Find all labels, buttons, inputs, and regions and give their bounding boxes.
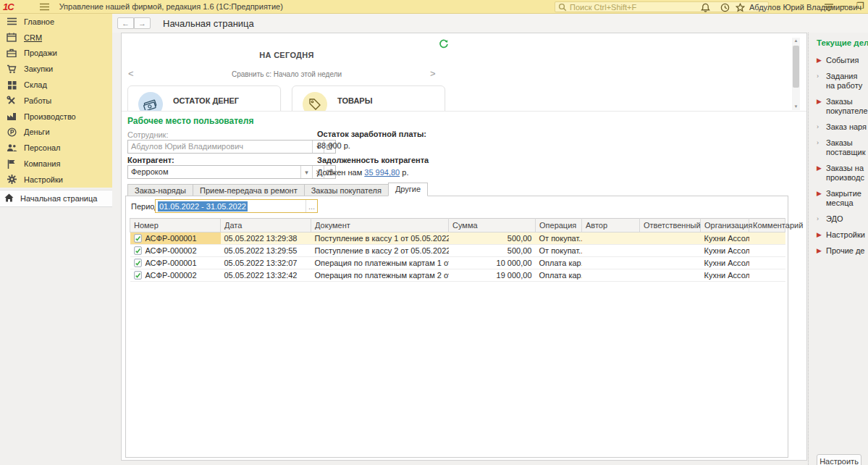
compare-link[interactable]: Сравнить с: Начало этой недели bbox=[127, 70, 446, 78]
panel-separator[interactable] bbox=[808, 33, 809, 465]
debt-amount-link[interactable]: 35 994,80 bbox=[364, 168, 400, 177]
card-goods[interactable]: ТОВАРЫ bbox=[292, 85, 445, 111]
employee-label: Сотрудник: bbox=[127, 130, 169, 139]
factory-icon bbox=[6, 111, 17, 122]
today-widget-title: НА СЕГОДНЯ bbox=[127, 51, 446, 59]
chevron-right-icon[interactable]: › bbox=[817, 214, 826, 224]
period-input[interactable]: 01.05.2022 - 31.05.2022 ... bbox=[155, 199, 318, 213]
sidebar-item-sklad[interactable]: Склад bbox=[0, 77, 112, 93]
sidebar-item-personal[interactable]: Персонал bbox=[0, 140, 112, 156]
sidebar-item-proizvodstvo[interactable]: Производство bbox=[0, 109, 112, 125]
sidebar-item-crm[interactable]: CRM bbox=[0, 30, 112, 46]
document-check-icon bbox=[134, 271, 142, 280]
navigation-row: ← → Начальная страница bbox=[112, 14, 868, 33]
search-placeholder: Поиск Ctrl+Shift+F bbox=[570, 3, 636, 12]
tools-icon bbox=[6, 95, 17, 106]
salary-label: Остаток заработной платы: bbox=[317, 130, 426, 138]
current-tasks-panel: Текущие дела ▶ События › Задания на рабо… bbox=[812, 33, 868, 465]
configure-button[interactable]: Настроить bbox=[817, 454, 861, 465]
table-row[interactable]: АСФР-000002 05.05.2022 13:29:55 Поступле… bbox=[130, 245, 785, 257]
scrollbar-thumb[interactable] bbox=[793, 46, 799, 88]
tab-zakaz-naryady[interactable]: Заказ-наряды bbox=[127, 184, 193, 196]
scroll-up-icon[interactable]: ▲ bbox=[792, 38, 800, 44]
briefcase-icon bbox=[6, 47, 17, 59]
task-group-zakazy-postavshchikam[interactable]: › Заказы поставщик bbox=[817, 138, 868, 157]
contractor-label: Контрагент: bbox=[127, 156, 174, 164]
sidebar-item-glavnoe[interactable]: Главное bbox=[0, 14, 112, 30]
table-row[interactable]: АСФР-000001 05.05.2022 13:29:38 Поступле… bbox=[130, 232, 785, 245]
sections-sidebar: Главное CRM Продажи Закупки Склад Работы… bbox=[0, 14, 112, 188]
expand-triangle-icon[interactable]: ▶ bbox=[817, 230, 826, 240]
employee-field[interactable]: Абдулов Юрий Владимирович ▾ bbox=[127, 140, 336, 154]
task-group-sobytiya[interactable]: ▶ События bbox=[817, 56, 868, 65]
current-tasks-title: Текущие дела bbox=[817, 38, 868, 47]
task-group-edo[interactable]: › ЭДО bbox=[817, 214, 868, 224]
task-group-prochie-dela[interactable]: ▶ Прочие де bbox=[817, 246, 868, 256]
main-menu-icon[interactable] bbox=[40, 3, 49, 11]
scroll-down-icon[interactable]: ▼ bbox=[792, 104, 800, 110]
chevron-right-icon[interactable]: › bbox=[817, 72, 826, 91]
money-icon bbox=[138, 92, 163, 111]
flag-icon bbox=[6, 158, 17, 169]
title-bar: 1С Управление нашей фирмой, редакция 1.6… bbox=[0, 0, 868, 14]
task-group-zakrytie-mesyatsa[interactable]: ▶ Закрытие месяца bbox=[817, 189, 868, 208]
forward-button[interactable]: → bbox=[134, 17, 151, 29]
expand-triangle-icon[interactable]: ▶ bbox=[817, 189, 826, 208]
today-cards: ОСТАТОК ДЕНЕГ ТОВАРЫ bbox=[127, 85, 468, 111]
tab-priem-peredacha[interactable]: Прием-передача в ремонт bbox=[193, 184, 304, 196]
debt-label: Задолженность контрагента bbox=[317, 156, 429, 164]
history-clock-icon[interactable] bbox=[719, 1, 730, 13]
chevron-right-icon[interactable]: › bbox=[817, 122, 826, 132]
documents-table: Номер Дата Документ Сумма Операция Автор… bbox=[130, 218, 785, 282]
favorites-star-icon[interactable] bbox=[734, 1, 746, 13]
window-restore-button[interactable]: ❐ bbox=[856, 1, 864, 11]
sidebar-item-kompaniya[interactable]: Компания bbox=[0, 156, 112, 172]
task-group-zadaniya[interactable]: › Задания на работу bbox=[817, 72, 868, 91]
expand-triangle-icon[interactable]: ▶ bbox=[817, 97, 826, 116]
expand-triangle-icon[interactable]: ▶ bbox=[817, 56, 826, 65]
back-button[interactable]: ← bbox=[117, 17, 134, 29]
task-group-zakazy-pokupateley[interactable]: ▶ Заказы покупателе bbox=[817, 97, 868, 116]
coin-icon bbox=[6, 126, 17, 138]
period-picker-button[interactable]: ... bbox=[306, 200, 317, 212]
task-group-zakazy-proizvodstvo[interactable]: ▶ Заказы на производс bbox=[817, 164, 868, 183]
sidebar-item-dengi[interactable]: Деньги bbox=[0, 125, 112, 141]
window-minimize-button[interactable]: – bbox=[840, 1, 846, 11]
expand-triangle-icon[interactable]: ▶ bbox=[817, 164, 826, 183]
documents-groupbox: Период: 01.05.2022 - 31.05.2022 ... Номе… bbox=[125, 196, 788, 458]
sidebar-item-zakupki[interactable]: Закупки bbox=[0, 61, 112, 77]
sidebar-item-nastroyki[interactable]: Настройки bbox=[0, 172, 112, 188]
tab-drugie[interactable]: Другие bbox=[388, 183, 428, 196]
section-divider bbox=[122, 111, 806, 112]
gear-icon bbox=[6, 174, 17, 185]
user-menu-icon[interactable] bbox=[823, 1, 835, 13]
sidebar-item-prodazhi[interactable]: Продажи bbox=[0, 46, 112, 62]
search-icon bbox=[558, 3, 567, 12]
task-group-nastroyki[interactable]: ▶ Настройки bbox=[817, 230, 868, 240]
sidebar-item-raboty[interactable]: Работы bbox=[0, 93, 112, 109]
task-group-zakaz-naryady[interactable]: › Заказ наря bbox=[817, 122, 868, 132]
notifications-bell-icon[interactable] bbox=[699, 1, 711, 13]
cart-icon bbox=[6, 63, 17, 75]
open-tab-home[interactable]: Начальная страница bbox=[0, 190, 112, 207]
tab-zakazy-pokupatelya[interactable]: Заказы покупателя bbox=[304, 184, 388, 196]
document-tabs: Заказ-наряды Прием-передача в ремонт Зак… bbox=[127, 183, 428, 196]
form-vertical-scrollbar[interactable]: ▲ ▼ bbox=[792, 38, 800, 110]
1c-logo: 1С bbox=[3, 1, 14, 12]
app-title: Управление нашей фирмой, редакция 1.6 (1… bbox=[59, 2, 283, 11]
card-cash-balance[interactable]: ОСТАТОК ДЕНЕГ bbox=[127, 85, 281, 111]
table-header-row[interactable]: Номер Дата Документ Сумма Операция Автор… bbox=[130, 219, 785, 232]
table-row[interactable]: АСФР-000001 05.05.2022 13:32:07 Операция… bbox=[130, 257, 785, 269]
chevron-right-icon[interactable]: › bbox=[817, 138, 826, 157]
contractor-field[interactable]: Ферроком ▾ ✕ bbox=[127, 165, 336, 179]
refresh-icon[interactable] bbox=[439, 39, 449, 49]
price-tag-icon bbox=[303, 92, 327, 111]
document-check-icon bbox=[134, 234, 142, 243]
salary-value: 88 000 р. bbox=[317, 141, 350, 150]
calendar-icon bbox=[6, 32, 17, 43]
expand-triangle-icon[interactable]: ▶ bbox=[817, 246, 826, 256]
menu-lines-icon bbox=[6, 16, 17, 28]
contractor-dropdown-icon[interactable]: ▾ bbox=[300, 166, 312, 178]
people-icon bbox=[6, 142, 17, 154]
table-row[interactable]: АСФР-000002 05.05.2022 13:32:42 Операция… bbox=[130, 269, 785, 282]
